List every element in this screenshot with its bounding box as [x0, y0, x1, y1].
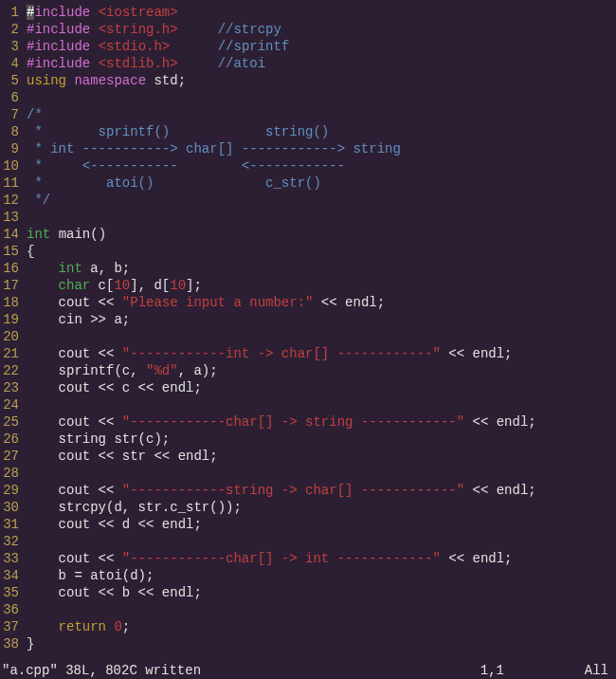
code-line[interactable]: 12 */: [0, 192, 616, 209]
line-content[interactable]: * <----------- <------------: [27, 157, 616, 174]
line-number: 31: [0, 516, 27, 533]
code-line[interactable]: 1#include <iostream>: [0, 4, 616, 21]
line-number: 19: [0, 311, 27, 328]
line-content[interactable]: */: [27, 192, 616, 209]
code-line[interactable]: 17 char c[10], d[10];: [0, 277, 616, 294]
line-content[interactable]: [27, 533, 616, 550]
code-line[interactable]: 3#include <stdio.h> //sprintf: [0, 38, 616, 55]
status-bar: "a.cpp" 38L, 802C written 1,1 All: [0, 662, 616, 679]
line-number: 38: [0, 635, 27, 652]
code-line[interactable]: 23 cout << c << endl;: [0, 379, 616, 396]
code-line[interactable]: 19 cin >> a;: [0, 311, 616, 328]
line-number: 32: [0, 533, 27, 550]
line-content[interactable]: cin >> a;: [27, 311, 616, 328]
code-line[interactable]: 22 sprintf(c, "%d", a);: [0, 362, 616, 379]
code-line[interactable]: 13: [0, 209, 616, 226]
line-content[interactable]: * atoi() c_str(): [27, 174, 616, 192]
line-content[interactable]: string str(c);: [27, 431, 616, 448]
line-content[interactable]: cout << b << endl;: [27, 584, 616, 601]
line-number: 1: [0, 4, 27, 21]
code-line[interactable]: 21 cout << "------------int -> char[] --…: [0, 345, 616, 362]
line-content[interactable]: int main(): [27, 226, 616, 243]
code-line[interactable]: 20: [0, 328, 616, 345]
line-content[interactable]: cout << "------------char[] -> string --…: [27, 413, 616, 431]
line-content[interactable]: [27, 601, 616, 618]
code-line[interactable]: 4#include <stdlib.h> //atoi: [0, 55, 616, 72]
line-content[interactable]: return 0;: [27, 618, 616, 635]
line-number: 2: [0, 21, 27, 38]
code-line[interactable]: 11 * atoi() c_str(): [0, 174, 616, 192]
line-number: 22: [0, 362, 27, 379]
line-content[interactable]: #include <stdio.h> //sprintf: [27, 38, 616, 55]
line-content[interactable]: * sprintf() string(): [27, 123, 616, 140]
code-line[interactable]: 32: [0, 533, 616, 550]
code-line[interactable]: 7/*: [0, 106, 616, 123]
line-number: 34: [0, 567, 27, 584]
code-line[interactable]: 34 b = atoi(d);: [0, 567, 616, 584]
line-number: 11: [0, 174, 27, 192]
line-content[interactable]: /*: [27, 106, 616, 123]
code-line[interactable]: 28: [0, 465, 616, 482]
line-content[interactable]: cout << "Please input a number:" << endl…: [27, 294, 616, 311]
line-number: 33: [0, 550, 27, 567]
code-line[interactable]: 10 * <----------- <------------: [0, 157, 616, 174]
line-content[interactable]: strcpy(d, str.c_str());: [27, 499, 616, 516]
line-content[interactable]: int a, b;: [27, 260, 616, 277]
line-content[interactable]: cout << "------------char[] -> int -----…: [27, 550, 616, 567]
code-line[interactable]: 9 * int -----------> char[] ------------…: [0, 140, 616, 157]
code-line[interactable]: 37 return 0;: [0, 618, 616, 635]
status-scroll: All: [585, 662, 616, 679]
code-line[interactable]: 35 cout << b << endl;: [0, 584, 616, 601]
line-number: 37: [0, 618, 27, 635]
line-number: 36: [0, 601, 27, 618]
line-content[interactable]: cout << str << endl;: [27, 448, 616, 465]
code-line[interactable]: 27 cout << str << endl;: [0, 448, 616, 465]
line-content[interactable]: char c[10], d[10];: [27, 277, 616, 294]
line-content[interactable]: #include <stdlib.h> //atoi: [27, 55, 616, 72]
code-line[interactable]: 8 * sprintf() string(): [0, 123, 616, 140]
line-number: 7: [0, 106, 27, 123]
status-position: 1,1: [480, 662, 585, 679]
line-content[interactable]: #include <string.h> //strcpy: [27, 21, 616, 38]
line-content[interactable]: cout << "------------string -> char[] --…: [27, 482, 616, 499]
code-line[interactable]: 36: [0, 601, 616, 618]
line-number: 15: [0, 243, 27, 260]
code-line[interactable]: 5using namespace std;: [0, 72, 616, 89]
code-line[interactable]: 15{: [0, 243, 616, 260]
code-line[interactable]: 26 string str(c);: [0, 431, 616, 448]
line-number: 6: [0, 89, 27, 106]
code-editor[interactable]: 1#include <iostream>2#include <string.h>…: [0, 0, 616, 656]
code-line[interactable]: 16 int a, b;: [0, 260, 616, 277]
line-number: 3: [0, 38, 27, 55]
code-line[interactable]: 2#include <string.h> //strcpy: [0, 21, 616, 38]
code-line[interactable]: 31 cout << d << endl;: [0, 516, 616, 533]
line-content[interactable]: [27, 465, 616, 482]
code-line[interactable]: 29 cout << "------------string -> char[]…: [0, 482, 616, 499]
line-number: 23: [0, 379, 27, 396]
line-number: 26: [0, 431, 27, 448]
line-content[interactable]: #include <iostream>: [27, 4, 616, 21]
code-line[interactable]: 18 cout << "Please input a number:" << e…: [0, 294, 616, 311]
line-content[interactable]: {: [27, 243, 616, 260]
line-content[interactable]: cout << c << endl;: [27, 379, 616, 396]
line-number: 5: [0, 72, 27, 89]
line-content[interactable]: [27, 328, 616, 345]
code-line[interactable]: 6: [0, 89, 616, 106]
line-content[interactable]: * int -----------> char[] ------------> …: [27, 140, 616, 157]
line-content[interactable]: }: [27, 635, 616, 652]
line-content[interactable]: cout << d << endl;: [27, 516, 616, 533]
line-content[interactable]: b = atoi(d);: [27, 567, 616, 584]
line-content[interactable]: sprintf(c, "%d", a);: [27, 362, 616, 379]
line-content[interactable]: using namespace std;: [27, 72, 616, 89]
line-content[interactable]: [27, 396, 616, 413]
code-line[interactable]: 33 cout << "------------char[] -> int --…: [0, 550, 616, 567]
code-line[interactable]: 38}: [0, 635, 616, 652]
line-content[interactable]: [27, 89, 616, 106]
line-content[interactable]: cout << "------------int -> char[] -----…: [27, 345, 616, 362]
line-number: 28: [0, 465, 27, 482]
line-content[interactable]: [27, 209, 616, 226]
code-line[interactable]: 24: [0, 396, 616, 413]
code-line[interactable]: 14int main(): [0, 226, 616, 243]
code-line[interactable]: 25 cout << "------------char[] -> string…: [0, 413, 616, 431]
code-line[interactable]: 30 strcpy(d, str.c_str());: [0, 499, 616, 516]
